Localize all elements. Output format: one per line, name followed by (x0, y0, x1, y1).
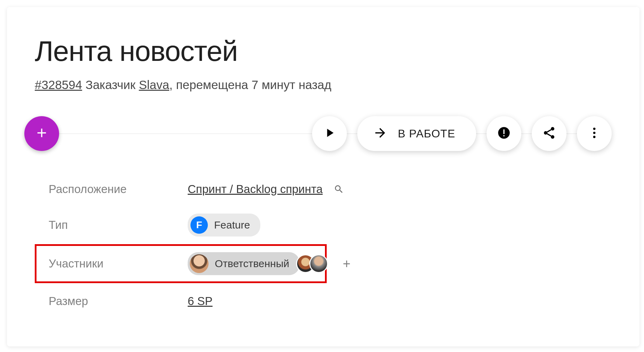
search-icon[interactable] (334, 184, 344, 194)
alert-button[interactable] (487, 116, 521, 151)
svg-point-6 (593, 128, 596, 130)
task-title: Лента новостей (35, 35, 612, 67)
size-row: Размер 6 SP (49, 291, 612, 312)
moved-text: , перемещена 7 минут назад (169, 78, 331, 91)
type-value: Feature (214, 219, 250, 231)
alert-icon (497, 126, 511, 141)
more-vertical-icon (587, 126, 601, 141)
arrow-right-icon (373, 126, 388, 142)
more-button[interactable] (577, 116, 612, 151)
play-icon (323, 126, 336, 141)
svg-point-4 (544, 131, 547, 135)
add-member-button[interactable]: + (343, 256, 350, 271)
size-label: Размер (49, 295, 188, 308)
extra-avatars (302, 254, 328, 273)
task-subtitle: #328594 Заказчик Slava, перемещена 7 мин… (35, 78, 612, 92)
play-button[interactable] (312, 116, 347, 151)
members-row: Участники Ответственный + (35, 244, 327, 283)
svg-rect-1 (503, 129, 504, 134)
in-work-button[interactable]: В РАБОТЕ (357, 116, 476, 151)
share-button[interactable] (532, 116, 566, 151)
avatar[interactable] (309, 254, 328, 273)
location-row: Расположение Спринт / Backlog спринта (49, 179, 612, 200)
share-icon (542, 126, 556, 141)
responsible-pill[interactable]: Ответственный (188, 252, 300, 275)
details-section: Расположение Спринт / Backlog спринта Ти… (35, 179, 612, 312)
size-link[interactable]: 6 SP (188, 295, 213, 308)
svg-rect-2 (503, 135, 504, 136)
svg-point-8 (593, 136, 596, 138)
plus-icon (34, 126, 49, 142)
add-button[interactable] (24, 116, 59, 151)
customer-link[interactable]: Slava (139, 78, 169, 91)
type-pill[interactable]: F Feature (188, 214, 260, 237)
svg-point-5 (551, 135, 554, 139)
svg-point-7 (593, 132, 596, 134)
members-label: Участники (49, 257, 188, 270)
in-work-label: В РАБОТЕ (398, 127, 455, 140)
task-card: Лента новостей #328594 Заказчик Slava, п… (7, 7, 639, 346)
type-label: Тип (49, 218, 188, 232)
responsible-label: Ответственный (215, 258, 289, 270)
location-label: Расположение (49, 183, 188, 196)
avatar (190, 254, 209, 273)
type-row: Тип F Feature (49, 214, 612, 237)
customer-label: Заказчик (85, 78, 136, 91)
location-link[interactable]: Спринт / Backlog спринта (188, 183, 323, 196)
svg-point-3 (551, 127, 554, 130)
task-id-link[interactable]: #328594 (35, 78, 82, 91)
action-bar: В РАБОТЕ (35, 116, 612, 151)
type-badge: F (190, 216, 208, 234)
